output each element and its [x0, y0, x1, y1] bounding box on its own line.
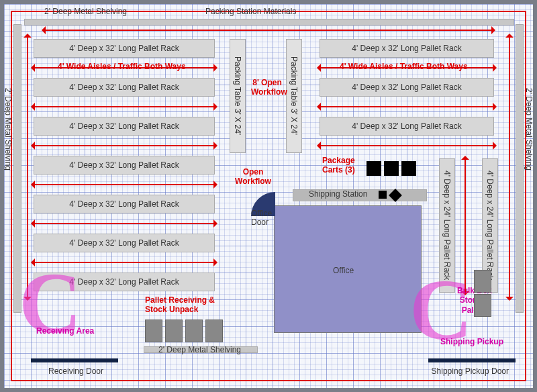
rack-left-6: 4' Deep x 32' Long Pallet Rack	[34, 234, 215, 252]
rack-label: 4' Deep x 32' Long Pallet Rack	[69, 199, 179, 209]
bottom-shelving-label: 2' Deep Metal Shelving	[158, 345, 241, 354]
rack-label: 4' Deep x 32' Long Pallet Rack	[69, 238, 179, 248]
receiving-door	[31, 358, 118, 362]
packing-table-label: Packing Table 3' X 24'	[233, 56, 242, 135]
pallet-1	[145, 320, 162, 342]
top-shelving-strip	[24, 19, 514, 26]
receiving-door-label: Receiving Door	[48, 366, 103, 376]
rack-label: 4' Deep x 32' Long Pallet Rack	[352, 83, 461, 92]
cart-1	[367, 161, 381, 176]
right-traffic-arrow	[509, 36, 510, 298]
shipping-door	[428, 358, 516, 362]
office-label: Office	[333, 266, 354, 275]
aisle-label-l1: 4' Wide Aisles / Traffic Both Ways	[58, 62, 186, 71]
right-shelving-label: 2' Deep Metal Shelving	[524, 88, 534, 170]
rack-right-2: 4' Deep x 32' Long Pallet Rack	[320, 78, 494, 97]
open-workflow-8: 8' Open Workflow	[251, 78, 283, 97]
aisle-label-r1: 4' Wide Aisles / Traffic Both Ways	[340, 62, 468, 71]
rack-label: 4' Deep x 32' Long Pallet Rack	[69, 160, 179, 170]
packing-materials-label: Packing Station Materials	[205, 7, 296, 16]
rack-left-2: 4' Deep x 32' Long Pallet Rack	[34, 78, 215, 97]
rack-label: 4' Deep x 32' Long Pallet Rack	[69, 44, 179, 53]
cart-2	[384, 161, 399, 176]
packing-table-label: Packing Table 3' X 24'	[289, 56, 299, 135]
office-door-label: Office Door	[251, 209, 278, 227]
shipping-door-label: Shipping Pickup Door	[432, 366, 509, 376]
rack-left-4: 4' Deep x 32' Long Pallet Rack	[34, 156, 215, 175]
rack-left-5: 4' Deep x 32' Long Pallet Rack	[34, 195, 215, 213]
rack-label: 4' Deep x 32' Long Pallet Rack	[69, 277, 179, 287]
rack-left-1: 4' Deep x 32' Long Pallet Rack	[34, 39, 215, 58]
aisle-arrow-l3	[34, 145, 215, 146]
right-shelving	[516, 24, 524, 313]
rack-label: 4' Deep x 32' Long Pallet Rack	[352, 44, 461, 53]
station-square	[379, 191, 387, 199]
packing-table-1: Packing Table 3' X 24'	[230, 39, 246, 153]
bulk-pallet-1	[474, 270, 491, 293]
rack-right-3: 4' Deep x 32' Long Pallet Rack	[320, 117, 494, 136]
top-shelving-label: 2' Deep Metal Shelving	[44, 7, 127, 16]
rack-right-1: 4' Deep x 32' Long Pallet Rack	[320, 39, 494, 58]
pallet-3	[185, 320, 203, 342]
open-workflow: Open Workflow	[230, 167, 277, 187]
aisle-arrow-r3	[320, 145, 494, 146]
bulk-pallet-2	[474, 294, 491, 317]
top-traffic-arrow	[44, 30, 493, 31]
warehouse-plan: 2' Deep Metal Shelving Packing Station M…	[0, 0, 537, 392]
big-c-left: C	[19, 252, 82, 353]
pallet-receiving: Pallet Receiving & Stock Unpack	[145, 295, 226, 315]
packing-table-2: Packing Table 3' X 24'	[286, 39, 302, 153]
shipping-station-label: Shipping Station	[309, 189, 367, 199]
aisle-arrow-l2	[34, 106, 215, 107]
aisle-arrow-r2	[320, 106, 494, 107]
left-shelving-label: 2' Deep Metal Shelving	[3, 88, 13, 170]
shipping-pickup: Shipping Pickup	[440, 337, 503, 346]
aisle-arrow-l5	[34, 223, 215, 224]
pallet-2	[165, 320, 183, 342]
pallet-4	[205, 320, 223, 342]
rack-label: 4' Deep x 24' Long Pallet Rack	[485, 170, 495, 280]
rack-label: 4' Deep x 32' Long Pallet Rack	[69, 83, 179, 92]
rack-label: 4' Deep x 32' Long Pallet Rack	[352, 121, 461, 131]
rack-left-3: 4' Deep x 32' Long Pallet Rack	[34, 117, 215, 136]
rack-label: 4' Deep x 32' Long Pallet Rack	[69, 121, 179, 131]
receiving-area-label: Receiving Area	[36, 326, 94, 336]
package-carts-label: Package Carts (3)	[322, 156, 362, 175]
cart-3	[401, 161, 416, 176]
aisle-arrow-l4	[34, 184, 215, 185]
